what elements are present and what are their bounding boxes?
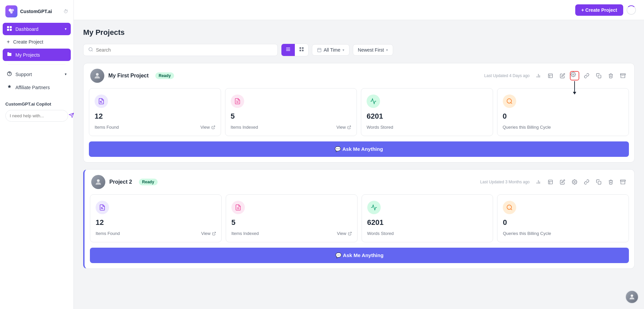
project-1-delete-icon[interactable] (606, 71, 615, 80)
logo-area: CustomGPT.ai ⏱ (0, 5, 73, 23)
project-2-ask-button[interactable]: 💬 Ask Me Anything (90, 248, 629, 263)
affiliate-icon (7, 84, 12, 90)
create-project-label: Create Project (13, 39, 43, 45)
project-1-copy-icon[interactable] (594, 71, 603, 80)
support-label: Support (15, 72, 32, 77)
project-2-archive-icon[interactable] (618, 177, 628, 187)
search-wrap[interactable] (83, 44, 278, 56)
sidebar-item-support[interactable]: Support ▾ (3, 68, 71, 80)
nav-divider (8, 64, 65, 65)
project-1-words-stored-label-row: Words Stored (367, 125, 487, 130)
project-1-items-found-label-row: Items Found View (95, 125, 215, 130)
project-2-last-updated: Last Updated 3 Months ago (480, 180, 530, 184)
sidebar-item-dashboard[interactable]: Dashboard ▾ (3, 23, 71, 35)
project-2-copy-icon[interactable] (594, 177, 603, 187)
svg-line-29 (511, 103, 512, 104)
svg-point-36 (101, 207, 102, 208)
support-icon (7, 71, 12, 77)
items-indexed-icon-wrap (231, 95, 244, 108)
sort-filter-button[interactable]: Newest First ▾ (353, 44, 393, 56)
project-1-link-icon[interactable] (582, 71, 591, 80)
project-2-settings-icon[interactable] (570, 177, 579, 187)
svg-point-32 (574, 181, 575, 183)
content-area: My Projects (74, 20, 644, 284)
dashboard-icon (7, 26, 12, 32)
project-1-queries-label: Queries this Billing Cycle (503, 125, 551, 130)
project-1-status: Ready (155, 72, 174, 79)
project-2-items-found-view-link[interactable]: View (201, 231, 216, 236)
project-2-items-found-label-row: Items Found View (96, 231, 216, 236)
toolbar: All Time ▾ Newest First ▾ (83, 44, 635, 56)
project-2-avatar (91, 175, 105, 189)
search-input[interactable] (96, 47, 273, 53)
sidebar-item-create-project[interactable]: + Create Project (3, 36, 71, 48)
project-2-words-stored-label: Words Stored (367, 231, 394, 236)
copilot-section: CustomGPT.ai Copilot (0, 96, 73, 127)
svg-rect-18 (548, 74, 552, 78)
create-plus-icon: + (7, 39, 10, 45)
time-filter-button[interactable]: All Time ▾ (312, 44, 350, 56)
project-2-stat-items-indexed: 5 Items Indexed View (226, 194, 358, 242)
project-1-archive-icon[interactable] (618, 71, 628, 80)
clock-icon[interactable]: ⏱ (63, 9, 68, 14)
p2-words-stored-icon-wrap (367, 201, 381, 214)
project-1-items-indexed-label: Items Indexed (231, 125, 258, 130)
project-1-name: My First Project (108, 73, 149, 79)
svg-rect-12 (300, 47, 301, 49)
project-2-sources-icon[interactable] (546, 177, 555, 187)
sort-filter-label: Newest First (358, 47, 384, 53)
main-content: + Create Project My Projects (74, 0, 644, 309)
my-projects-icon (7, 52, 12, 58)
svg-rect-11 (286, 50, 290, 51)
project-2-link-icon[interactable] (582, 177, 591, 187)
project-1-action-icons (534, 71, 628, 80)
project-2-stat-items-found: 12 Items Found View (90, 194, 222, 242)
project-1-edit-icon[interactable] (558, 71, 567, 80)
user-avatar-bottom[interactable] (625, 290, 639, 304)
svg-point-19 (573, 74, 574, 75)
svg-line-40 (350, 232, 352, 234)
project-1-sources-icon[interactable] (546, 71, 555, 80)
svg-point-28 (507, 99, 511, 103)
svg-rect-6 (10, 29, 12, 31)
project-2-stats: 12 Items Found View (85, 194, 634, 248)
list-view-button[interactable] (281, 44, 295, 56)
project-1-items-indexed-view-link[interactable]: View (336, 125, 351, 130)
project-2-edit-icon[interactable] (558, 177, 567, 187)
affiliate-label: Affiliate Partners (15, 85, 50, 90)
project-1-ask-button[interactable]: 💬 Ask Me Anything (89, 141, 629, 157)
project-1-stats: 12 Items Found View (84, 88, 634, 141)
svg-rect-21 (621, 74, 626, 75)
project-1-stat-words-stored: 6201 Words Stored (361, 88, 493, 136)
copilot-send-icon[interactable] (69, 113, 74, 119)
svg-point-1 (11, 9, 14, 11)
svg-point-41 (507, 205, 512, 209)
svg-rect-31 (548, 180, 552, 184)
support-chevron-icon: ▾ (65, 72, 67, 76)
grid-view-button[interactable] (295, 44, 308, 56)
copilot-input[interactable] (10, 113, 66, 118)
svg-rect-15 (302, 50, 304, 51)
sidebar-item-my-projects[interactable]: My Projects (3, 49, 71, 61)
project-1-settings-icon[interactable] (570, 71, 579, 80)
project-1-items-indexed-label-row: Items Indexed View (231, 125, 352, 130)
copilot-input-wrap[interactable] (5, 110, 68, 122)
time-filter-label: All Time (324, 47, 340, 53)
settings-arrow-annotation (573, 81, 576, 95)
project-1-analytics-icon[interactable] (534, 71, 543, 80)
project-2-stat-words-stored: 6201 Words Stored (362, 194, 493, 242)
project-2-queries-label-row: Queries this Billing Cycle (503, 231, 623, 236)
project-1-last-updated: Last Updated 4 Days ago (484, 73, 530, 78)
project-2-items-indexed-view-link[interactable]: View (337, 231, 352, 236)
project-2-items-indexed-label-row: Items Indexed View (231, 231, 352, 236)
create-project-button[interactable]: + Create Project (575, 4, 623, 16)
project-card-2: Project 2 Ready Last Updated 3 Months ag… (83, 169, 635, 269)
project-1-actions: Last Updated 4 Days ago (484, 71, 628, 80)
project-2-analytics-icon[interactable] (534, 177, 543, 187)
sidebar-item-affiliate[interactable]: Affiliate Partners (3, 81, 71, 94)
project-1-queries-number: 0 (503, 112, 624, 121)
project-2-delete-icon[interactable] (606, 177, 615, 187)
p2-queries-icon-wrap (503, 201, 516, 214)
project-1-items-found-view-link[interactable]: View (201, 125, 215, 130)
project-2-words-stored-label-row: Words Stored (367, 231, 488, 236)
